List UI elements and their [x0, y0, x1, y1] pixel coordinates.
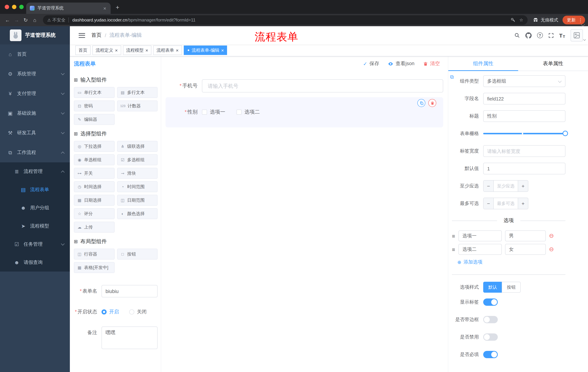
- tag-home[interactable]: 首页: [75, 45, 91, 55]
- back-icon[interactable]: ←: [3, 17, 12, 23]
- palette-item-counter[interactable]: 123计数器: [117, 100, 158, 111]
- tab-form-props[interactable]: 表单属性: [518, 56, 588, 71]
- home-toolbar-icon[interactable]: ⌂: [30, 17, 39, 23]
- tag-process-form-edit[interactable]: 流程表单-编辑 ×: [184, 45, 227, 55]
- tab-close-icon[interactable]: ×: [103, 6, 107, 11]
- clear-button[interactable]: 清空: [423, 60, 440, 67]
- save-button[interactable]: ✓ 保存: [363, 60, 379, 67]
- form-remark-textarea[interactable]: [102, 327, 158, 349]
- palette-item-row-container[interactable]: ◫行容器: [74, 249, 115, 260]
- form-canvas[interactable]: *手机号 *性别 选项一: [161, 71, 448, 372]
- max-select-value[interactable]: 最多可选: [494, 198, 518, 209]
- palette-item-editor[interactable]: ✎编辑器: [74, 114, 115, 125]
- field-name-input[interactable]: [483, 93, 566, 105]
- security-label[interactable]: 不安全: [52, 17, 65, 23]
- status-on-radio[interactable]: 开启: [102, 309, 119, 315]
- option-2-value-input[interactable]: [505, 244, 546, 255]
- delete-widget-button[interactable]: [428, 99, 436, 107]
- sidebar-item-dev-tools[interactable]: ⚒ 研发工具: [0, 123, 70, 143]
- copy-widget-button[interactable]: [417, 99, 425, 107]
- default-value-input[interactable]: [483, 163, 566, 174]
- browser-menu-icon[interactable]: ⋮: [578, 17, 583, 23]
- sidebar-item-system-mgmt[interactable]: ⚙ 系统管理: [0, 64, 70, 84]
- palette-item-multi-line-text[interactable]: ▤多行文本: [117, 87, 158, 98]
- form-name-input[interactable]: [102, 285, 158, 298]
- option-1-label-input[interactable]: [459, 230, 502, 241]
- widget-gender-selected[interactable]: *性别 选项一 选项二: [166, 97, 443, 128]
- new-tab-button[interactable]: +: [116, 4, 119, 11]
- tab-component-props[interactable]: 组件属性: [448, 56, 518, 71]
- palette-item-cascader[interactable]: ⋔级联选择: [117, 141, 158, 152]
- checkbox-option-1[interactable]: 选项一: [202, 109, 225, 115]
- palette-item-radio-group[interactable]: ◉单选框组: [74, 154, 115, 165]
- close-icon[interactable]: ×: [115, 48, 118, 53]
- forward-icon[interactable]: →: [12, 17, 21, 23]
- status-off-radio[interactable]: 关闭: [129, 309, 147, 315]
- update-button[interactable]: 更新 ⋮: [563, 16, 585, 24]
- palette-item-checkbox-group[interactable]: ☑多选框组: [117, 154, 158, 165]
- palette-item-button[interactable]: □按钮: [117, 249, 158, 260]
- palette-item-date-picker[interactable]: ▦日期选择: [74, 195, 115, 206]
- remove-option-icon[interactable]: ⊖: [549, 233, 554, 239]
- palette-item-slider[interactable]: ⊸滑块: [117, 168, 158, 179]
- breadcrumb-home[interactable]: 首页: [91, 32, 102, 39]
- style-default-button[interactable]: 默认: [483, 282, 502, 293]
- view-json-button[interactable]: 查看json: [388, 60, 414, 67]
- palette-item-time-picker[interactable]: ◷时间选择: [74, 181, 115, 192]
- sidebar-item-task-mgmt[interactable]: ☑ 任务管理: [0, 235, 70, 253]
- show-label-toggle[interactable]: [483, 298, 498, 306]
- palette-item-date-range[interactable]: ◫日期范围: [117, 195, 158, 206]
- fullscreen-icon[interactable]: [548, 32, 554, 38]
- palette-item-table[interactable]: ▦表格[开发中]: [74, 262, 115, 273]
- tag-process-form[interactable]: 流程表单 ×: [153, 45, 182, 55]
- sidebar-item-home[interactable]: ⌂ 首页: [0, 44, 70, 64]
- palette-item-switch[interactable]: ⊶开关: [74, 168, 115, 179]
- palette-item-single-line-text[interactable]: ▭单行文本: [74, 87, 115, 98]
- sidebar-item-process-model[interactable]: ➤ 流程模型: [0, 217, 70, 235]
- title-input[interactable]: [483, 110, 566, 122]
- sidebar-item-infrastructure[interactable]: ▣ 基础设施: [0, 103, 70, 123]
- minimize-window-button[interactable]: [12, 5, 16, 9]
- palette-item-time-range[interactable]: ◔时间范围: [117, 181, 158, 192]
- required-toggle[interactable]: [483, 351, 498, 358]
- password-key-icon[interactable]: [511, 18, 515, 22]
- border-toggle[interactable]: [483, 316, 498, 323]
- palette-item-password[interactable]: ⊡密码: [74, 100, 115, 111]
- hamburger-icon[interactable]: [79, 33, 85, 38]
- checkbox-option-2[interactable]: 选项二: [237, 109, 260, 115]
- grid-slider[interactable]: [483, 133, 566, 134]
- bookmark-star-icon[interactable]: ☆: [519, 18, 523, 22]
- browser-tab[interactable]: 芋道管理系统 ×: [26, 2, 111, 14]
- remove-option-icon[interactable]: ⊖: [549, 246, 554, 252]
- component-type-select[interactable]: 多选框组: [483, 75, 566, 87]
- avatar[interactable]: [570, 29, 583, 42]
- checkbox-icon[interactable]: [237, 110, 242, 115]
- zoom-window-button[interactable]: [19, 5, 24, 9]
- font-size-icon[interactable]: TT: [559, 32, 565, 38]
- slider-handle[interactable]: [563, 131, 568, 136]
- address-bar[interactable]: ⚠ 不安全 dashboard.yudao.iocoder.cn /bpm/ma…: [43, 15, 528, 25]
- sidebar-item-process-mgmt[interactable]: ≣ 流程管理: [0, 162, 70, 181]
- decrease-button[interactable]: −: [483, 198, 494, 209]
- increase-button[interactable]: +: [518, 198, 528, 209]
- palette-item-color-picker[interactable]: ◐颜色选择: [117, 208, 158, 219]
- close-window-button[interactable]: [5, 5, 9, 9]
- drag-handle-icon[interactable]: ≡: [452, 233, 455, 239]
- option-2-label-input[interactable]: [459, 244, 502, 255]
- sidebar-item-workflow[interactable]: ⧉ 工作流程: [0, 143, 70, 162]
- increase-button[interactable]: +: [518, 181, 528, 191]
- widget-phone[interactable]: *手机号: [166, 79, 443, 93]
- document-link-icon[interactable]: ⧉: [450, 74, 454, 80]
- drag-handle-icon[interactable]: ≡: [452, 246, 455, 252]
- close-icon[interactable]: ×: [145, 48, 148, 53]
- tag-process-model[interactable]: 流程模型 ×: [123, 45, 151, 55]
- close-icon[interactable]: ×: [176, 48, 178, 53]
- sidebar-item-user-group[interactable]: ☻ 用户分组: [0, 199, 70, 217]
- sidebar-item-payment-mgmt[interactable]: ¥ 支付管理: [0, 84, 70, 103]
- sidebar-item-process-form[interactable]: ▤ 流程表单: [0, 181, 70, 199]
- search-icon[interactable]: [514, 32, 520, 38]
- close-icon[interactable]: ×: [221, 48, 224, 53]
- min-select-value[interactable]: 至少应选: [494, 181, 518, 191]
- disabled-toggle[interactable]: [483, 333, 498, 341]
- palette-item-upload[interactable]: ☁上传: [74, 222, 115, 233]
